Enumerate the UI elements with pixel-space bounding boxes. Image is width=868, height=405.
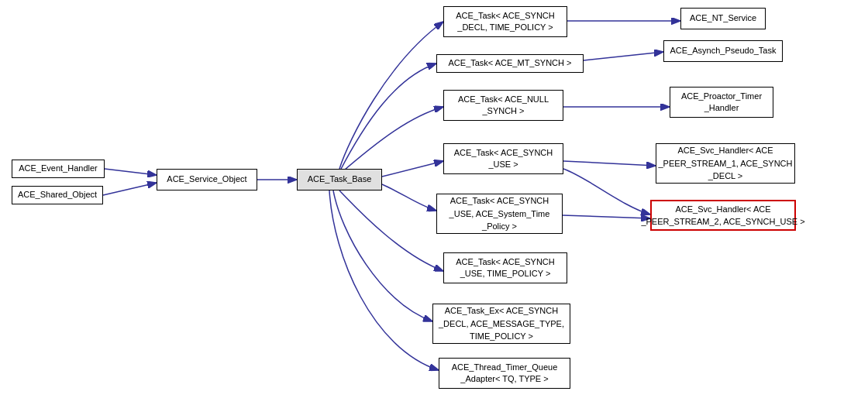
node-ace-thread-timer[interactable]: ACE_Thread_Timer_Queue_Adapter< TQ, TYPE… [439, 358, 570, 389]
svg-line-5 [584, 52, 663, 60]
svg-line-8 [563, 215, 650, 218]
node-ace-task-synch-decl[interactable]: ACE_Task< ACE_SYNCH_DECL, TIME_POLICY > [443, 6, 567, 37]
node-ace-asynch-pseudo[interactable]: ACE_Asynch_Pseudo_Task [663, 40, 783, 62]
node-ace-event-handler[interactable]: ACE_Event_Handler [12, 160, 105, 178]
node-ace-task-synch-use-system[interactable]: ACE_Task< ACE_SYNCH_USE, ACE_System_Time… [436, 194, 563, 234]
diagram-container: ACE_Task_Base ACE_Service_Object ACE_Eve… [0, 0, 868, 405]
node-ace-task-base[interactable]: ACE_Task_Base [297, 169, 382, 190]
node-ace-task-ex[interactable]: ACE_Task_Ex< ACE_SYNCH_DECL, ACE_MESSAGE… [432, 304, 570, 344]
node-ace-svc-handler-use[interactable]: ACE_Svc_Handler< ACE_PEER_STREAM_2, ACE_… [650, 200, 796, 231]
node-ace-task-null-synch[interactable]: ACE_Task< ACE_NULL_SYNCH > [443, 90, 563, 121]
node-ace-service-object[interactable]: ACE_Service_Object [157, 169, 257, 190]
svg-line-2 [105, 169, 157, 175]
node-ace-shared-object[interactable]: ACE_Shared_Object [12, 186, 103, 204]
node-ace-nt-service[interactable]: ACE_NT_Service [680, 8, 766, 29]
node-ace-svc-handler-decl[interactable]: ACE_Svc_Handler< ACE_PEER_STREAM_1, ACE_… [656, 143, 795, 184]
svg-line-3 [103, 183, 157, 195]
node-ace-task-mt-synch[interactable]: ACE_Task< ACE_MT_SYNCH > [436, 54, 584, 73]
node-ace-proactor-timer[interactable]: ACE_Proactor_Timer_Handler [670, 87, 773, 118]
node-ace-task-synch-use-time[interactable]: ACE_Task< ACE_SYNCH_USE, TIME_POLICY > [443, 252, 567, 283]
node-ace-task-synch-use[interactable]: ACE_Task< ACE_SYNCH_USE > [443, 143, 563, 174]
svg-line-7 [563, 161, 656, 166]
